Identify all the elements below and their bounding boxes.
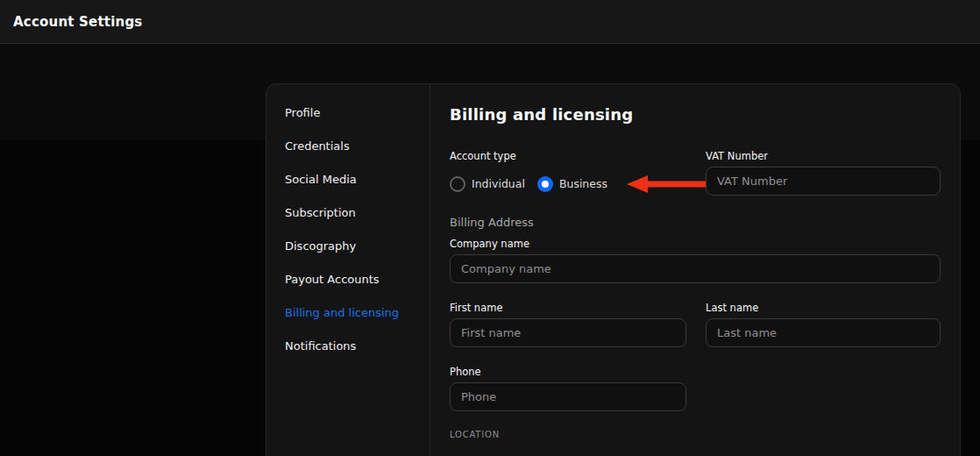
radio-individual-circle[interactable] xyxy=(450,176,465,192)
account-type-radios: Individual Business xyxy=(450,169,686,198)
vat-number-label: VAT Number xyxy=(706,149,941,163)
company-name-input[interactable] xyxy=(450,254,941,283)
sidebar-item-social-media[interactable]: Social Media xyxy=(266,162,430,196)
account-settings-page: Account Settings Profile Credentials Soc… xyxy=(0,0,980,456)
company-name-group: Company name xyxy=(450,237,941,283)
account-type-group: Account type Individual Business xyxy=(450,149,686,198)
radio-business-label: Business xyxy=(559,177,607,190)
sidebar-item-payout-accounts[interactable]: Payout Accounts xyxy=(266,262,430,296)
phone-group: Phone xyxy=(450,365,686,411)
sidebar-item-discography[interactable]: Discography xyxy=(266,229,430,262)
billing-licensing-panel: Billing and licensing Account type Indiv… xyxy=(430,84,961,456)
phone-input[interactable] xyxy=(450,382,686,411)
last-name-label: Last name xyxy=(706,301,941,315)
page-title: Account Settings xyxy=(13,14,142,30)
app-header: Account Settings xyxy=(0,0,980,44)
radio-individual-label: Individual xyxy=(472,177,525,190)
first-name-label: First name xyxy=(450,301,686,315)
last-name-group: Last name xyxy=(706,301,941,347)
location-heading: LOCATION xyxy=(450,430,941,439)
settings-nav: Profile Credentials Social Media Subscri… xyxy=(266,84,430,456)
company-name-label: Company name xyxy=(450,237,941,251)
phone-label: Phone xyxy=(450,365,686,379)
sidebar-item-profile[interactable]: Profile xyxy=(266,96,430,129)
radio-business[interactable]: Business xyxy=(537,176,607,192)
sidebar-item-credentials[interactable]: Credentials xyxy=(266,129,430,162)
last-name-input[interactable] xyxy=(706,318,941,347)
sidebar-item-billing-licensing[interactable]: Billing and licensing xyxy=(266,296,430,329)
billing-address-heading: Billing Address xyxy=(450,216,941,229)
annotation-arrow-icon xyxy=(627,175,707,194)
vat-number-input[interactable] xyxy=(706,167,941,196)
first-name-input[interactable] xyxy=(450,318,686,347)
first-name-group: First name xyxy=(450,301,686,347)
sidebar-item-subscription[interactable]: Subscription xyxy=(266,196,430,229)
settings-card: Profile Credentials Social Media Subscri… xyxy=(266,83,961,456)
vat-number-group: VAT Number xyxy=(706,149,941,198)
radio-business-circle[interactable] xyxy=(537,176,553,192)
radio-individual[interactable]: Individual xyxy=(450,176,525,192)
sidebar-item-notifications[interactable]: Notifications xyxy=(266,329,430,362)
account-type-label: Account type xyxy=(450,149,686,163)
section-title: Billing and licensing xyxy=(450,105,941,124)
